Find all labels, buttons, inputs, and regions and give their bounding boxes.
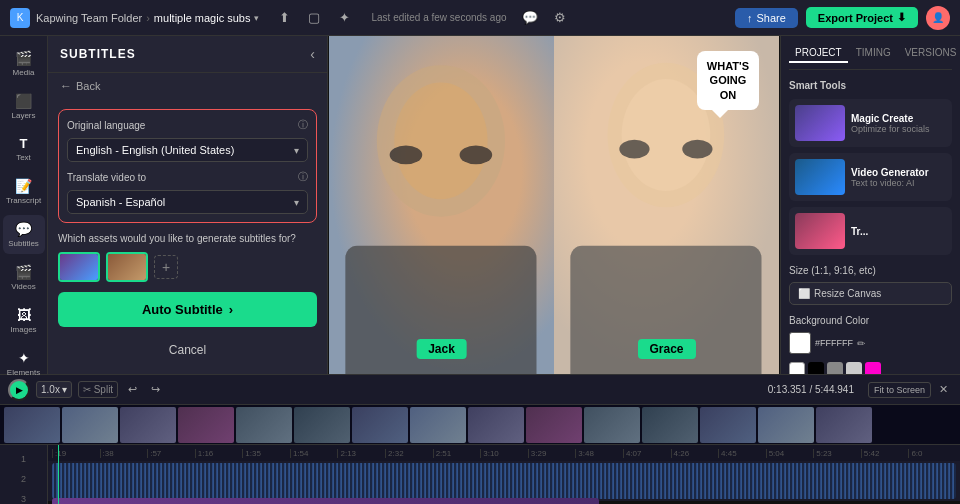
breadcrumb-project[interactable]: multiple magic subs bbox=[154, 12, 251, 24]
back-button[interactable]: ← Back bbox=[48, 73, 327, 99]
waveform bbox=[52, 463, 956, 499]
tool-desc-magic-create: Optimize for socials bbox=[851, 124, 946, 134]
tab-versions[interactable]: VERSIONS bbox=[899, 44, 960, 63]
ruler-mark-17: 5:23 bbox=[813, 449, 861, 458]
split-button[interactable]: ✂ Split bbox=[78, 381, 118, 398]
asset-thumb-2-preview bbox=[108, 254, 146, 280]
images-icon: 🖼 bbox=[17, 307, 31, 323]
thumb-frame-5 bbox=[236, 407, 292, 443]
tool-info-tr: Tr... bbox=[851, 226, 946, 237]
swatch-white[interactable] bbox=[789, 362, 805, 374]
person-left: Jack bbox=[329, 36, 554, 374]
thumb-frame-3 bbox=[120, 407, 176, 443]
media-icon: 🎬 bbox=[15, 50, 32, 66]
sidebar-label-media: Media bbox=[13, 68, 35, 77]
tool-card-magic-create[interactable]: Magic Create Optimize for socials bbox=[789, 99, 952, 147]
upload-button[interactable]: ⬆ bbox=[271, 5, 297, 31]
color-swatches bbox=[789, 362, 952, 374]
ruler-marks: :19 :38 :57 1:16 1:35 1:54 2:13 2:32 2:5… bbox=[52, 449, 956, 458]
sidebar-item-elements[interactable]: ✦ Elements bbox=[3, 344, 45, 383]
sidebar-item-images[interactable]: 🖼 Images bbox=[3, 301, 45, 340]
sidebar-item-text[interactable]: T Text bbox=[3, 130, 45, 168]
svg-point-9 bbox=[682, 140, 712, 159]
settings-button[interactable]: ✦ bbox=[331, 5, 357, 31]
sidebar-item-layers[interactable]: ⬛ Layers bbox=[3, 87, 45, 126]
sidebar-item-transcript[interactable]: 📝 Transcript bbox=[3, 172, 45, 211]
videos-icon: 🎬 bbox=[15, 264, 32, 280]
original-lang-label: Original language ⓘ bbox=[67, 118, 308, 132]
ruler-mark-4: 1:16 bbox=[195, 449, 243, 458]
gear-button[interactable]: ⚙ bbox=[547, 5, 573, 31]
timeline-track-area: 1 2 3 4 5 :19 :38 :57 1:16 1:35 1:54 2:1… bbox=[0, 445, 960, 504]
panel-collapse-icon[interactable]: ‹ bbox=[310, 46, 315, 62]
swatch-pink[interactable] bbox=[865, 362, 881, 374]
ruler-mark-9: 2:51 bbox=[433, 449, 481, 458]
share-button[interactable]: ↑ Share bbox=[735, 8, 798, 28]
right-tabs: PROJECT TIMING VERSIONS ‹ › bbox=[789, 44, 952, 70]
tool-card-tr[interactable]: Tr... bbox=[789, 207, 952, 255]
tab-timing[interactable]: TIMING bbox=[850, 44, 897, 63]
thumb-frame-2 bbox=[62, 407, 118, 443]
sidebar-label-transcript: Transcript bbox=[6, 196, 41, 205]
swatch-lightgray[interactable] bbox=[846, 362, 862, 374]
asset-thumb-2[interactable] bbox=[106, 252, 148, 282]
sidebar-label-subtitles: Subtitles bbox=[8, 239, 39, 248]
tool-thumb-magic-create bbox=[795, 105, 845, 141]
sidebar-label-layers: Layers bbox=[11, 111, 35, 120]
redo-button[interactable]: ↪ bbox=[147, 381, 164, 398]
tool-thumb-tr bbox=[795, 213, 845, 249]
share-icon: ↑ bbox=[747, 12, 753, 24]
speed-chevron-icon: ▾ bbox=[62, 384, 67, 395]
undo-button[interactable]: ↩ bbox=[124, 381, 141, 398]
translate-select[interactable]: Spanish - Español ▾ bbox=[67, 190, 308, 214]
ruler-mark-6: 1:54 bbox=[290, 449, 338, 458]
export-button[interactable]: Export Project ⬇ bbox=[806, 7, 918, 28]
fit-screen-label[interactable]: Fit to Screen bbox=[868, 382, 931, 398]
subtitle-panel-content: Original language ⓘ English - English (U… bbox=[48, 99, 327, 374]
breadcrumb-dropdown-icon[interactable]: ▾ bbox=[254, 13, 259, 23]
asset-thumb-1[interactable] bbox=[58, 252, 100, 282]
asset-section: Which assets would you like to generate … bbox=[58, 233, 317, 282]
svg-point-1 bbox=[394, 83, 487, 200]
color-picker-icon[interactable]: ✏ bbox=[857, 338, 865, 349]
tool-card-video-generator[interactable]: Video Generator Text to video: AI bbox=[789, 153, 952, 201]
resize-canvas-button[interactable]: ⬜ Resize Canvas bbox=[789, 282, 952, 305]
ruler-mark-3: :57 bbox=[147, 449, 195, 458]
auto-subtitle-button[interactable]: Auto Subtitle › bbox=[58, 292, 317, 327]
sidebar-item-videos[interactable]: 🎬 Videos bbox=[3, 258, 45, 297]
video-frame: Jack WHAT'S GOING ON bbox=[329, 36, 779, 374]
ruler-mark-1: :19 bbox=[52, 449, 100, 458]
auto-subtitle-arrow-icon: › bbox=[229, 302, 233, 317]
layers-icon: ⬛ bbox=[15, 93, 32, 109]
cancel-button[interactable]: Cancel bbox=[58, 335, 317, 365]
original-lang-select[interactable]: English - English (United States) ▾ bbox=[67, 138, 308, 162]
ruler-mark-13: 4:07 bbox=[623, 449, 671, 458]
swatch-gray[interactable] bbox=[827, 362, 843, 374]
subtitles-panel: SUBTITLES ‹ ← Back Original language ⓘ E… bbox=[48, 36, 328, 374]
timeline-toolbar: ▶ 1.0x ▾ ✂ Split ↩ ↪ 0:13.351 / 5:44.941… bbox=[0, 375, 960, 405]
track-num-1: 1 bbox=[0, 449, 47, 469]
ruler-mark-12: 3:48 bbox=[575, 449, 623, 458]
translate-info-icon[interactable]: ⓘ bbox=[298, 170, 308, 184]
thumb-frame-8 bbox=[410, 407, 466, 443]
tool-info-magic-create: Magic Create Optimize for socials bbox=[851, 113, 946, 134]
video-strip bbox=[52, 498, 599, 504]
swatch-black[interactable] bbox=[808, 362, 824, 374]
color-preview[interactable] bbox=[789, 332, 811, 354]
thumb-frame-12 bbox=[642, 407, 698, 443]
asset-add-button[interactable]: + bbox=[154, 255, 178, 279]
speed-select[interactable]: 1.0x ▾ bbox=[36, 381, 72, 398]
ruler-mark-10: 3:10 bbox=[480, 449, 528, 458]
elements-icon: ✦ bbox=[18, 350, 30, 366]
person-left-badge: Jack bbox=[416, 339, 467, 359]
sidebar-item-subtitles[interactable]: 💬 Subtitles bbox=[3, 215, 45, 254]
person-left-svg bbox=[329, 36, 554, 374]
display-button[interactable]: ▢ bbox=[301, 5, 327, 31]
sidebar-item-media[interactable]: 🎬 Media bbox=[3, 44, 45, 83]
chat-button[interactable]: 💬 bbox=[517, 5, 543, 31]
tab-project[interactable]: PROJECT bbox=[789, 44, 848, 63]
original-lang-info-icon[interactable]: ⓘ bbox=[298, 118, 308, 132]
play-button[interactable]: ▶ bbox=[8, 379, 30, 401]
close-timeline-button[interactable]: ✕ bbox=[935, 381, 952, 398]
breadcrumb-folder[interactable]: Kapwing Team Folder bbox=[36, 12, 142, 24]
